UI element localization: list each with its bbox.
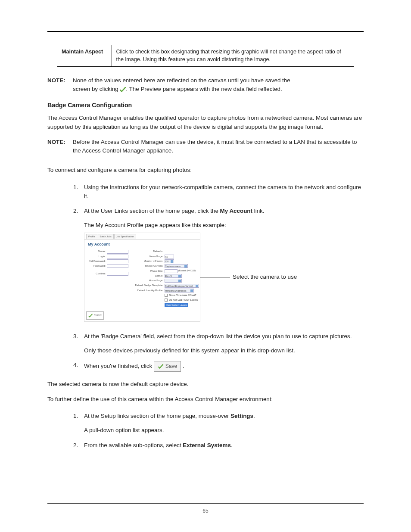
top-rule xyxy=(47,31,364,32)
step-text: . xyxy=(231,442,233,448)
save-label: Save xyxy=(165,362,177,370)
label-diff-rows: Monitor diff rows: xyxy=(130,259,165,263)
save-button-image: Save xyxy=(154,361,181,372)
step-text: . xyxy=(183,363,184,369)
note: NOTE: Before the Access Control Manager … xyxy=(47,138,364,156)
steps-list-2: At the Setup links section of the home p… xyxy=(73,410,364,454)
login-field xyxy=(107,255,128,258)
label-login: Login: xyxy=(87,255,107,258)
no-log-label: Do Not Log REST Logins xyxy=(169,298,198,302)
page: Maintain Aspect Click to check this box … xyxy=(0,0,411,532)
section-heading: Badge Camera Configuration xyxy=(47,102,364,109)
left-column: Name: Login: Old Password: Password: Con… xyxy=(86,249,129,309)
right-column: Defaults: Items/Page:50 Monitor diff row… xyxy=(129,249,200,309)
step-text: . xyxy=(253,413,255,419)
photo-size-field xyxy=(165,269,177,273)
step-sub: Only those devices previously defined fo… xyxy=(84,346,364,355)
step-sub: The My Account Profile page appears like… xyxy=(84,221,364,230)
page-number: 65 xyxy=(0,508,411,514)
note-body: None of the values entered here are refl… xyxy=(71,76,290,94)
clear-layouts-button: Clear Custom Layouts xyxy=(165,303,188,308)
checkbox-icon xyxy=(165,299,168,302)
label-name: Name: xyxy=(87,249,107,253)
list-item: When you're finished, click Save . xyxy=(73,359,364,376)
locale-select: EN-US xyxy=(165,274,182,278)
note-body: Before the Access Control Manager can us… xyxy=(71,138,364,156)
list-item: Using the instructions for your network-… xyxy=(73,181,364,205)
callout-text: Select the camera to use xyxy=(233,273,297,282)
tab-job-spec: Job Specification xyxy=(114,234,137,239)
tab-batch-jobs: Batch Jobs xyxy=(98,234,114,239)
screenshot-title: My Account xyxy=(84,240,200,248)
step-text: At the User Links section of the home pa… xyxy=(84,208,220,214)
note-text: screen by clicking xyxy=(73,86,120,92)
step-text: At the 'Badge Camera' field, select from… xyxy=(84,333,352,339)
label-home-page: Home Page: xyxy=(130,279,165,283)
note-text: . The Preview pane appears with the new … xyxy=(126,86,282,92)
step-text: From the available sub-options, select xyxy=(84,442,183,448)
table-row: Maintain Aspect Click to check this box … xyxy=(57,45,354,67)
name-field xyxy=(107,250,128,254)
diff-rows-select: 130 xyxy=(165,259,174,263)
footer-rule xyxy=(47,503,364,504)
bold-text: Settings xyxy=(230,413,253,419)
steps-list: Using the instructions for your network-… xyxy=(73,181,364,376)
list-item: At the Setup links section of the home p… xyxy=(73,410,364,439)
list-item: From the available sub-options, select E… xyxy=(73,439,364,454)
step-text: At the Setup links section of the home p… xyxy=(84,413,230,419)
save-label: Save xyxy=(94,313,102,318)
screenshot-save-button: Save xyxy=(86,311,104,319)
checkmark-icon xyxy=(158,364,164,369)
list-item: At the User Links section of the home pa… xyxy=(73,205,364,330)
callout: Select the camera to use xyxy=(200,273,297,282)
bold-text: My Account xyxy=(220,208,252,214)
lead-in: To connect and configure a camera for ca… xyxy=(47,166,364,175)
checkbox-icon xyxy=(165,294,168,297)
label-def-badge: Default Badge Template: xyxy=(130,283,165,287)
badge-camera-select: Capture camera xyxy=(165,264,188,268)
checkmark-icon xyxy=(88,314,93,317)
note-label: NOTE: xyxy=(47,138,71,156)
password-field xyxy=(107,264,128,268)
home-page-select xyxy=(165,279,182,283)
step-sub: A pull-down option list appears. xyxy=(84,426,364,435)
label-confirm: Confirm: xyxy=(87,272,107,276)
label-badge-camera: Badge Camera: xyxy=(130,264,165,268)
bold-text: External Systems xyxy=(183,442,231,448)
label-photo-size: Photo Size: xyxy=(130,269,165,273)
photo-size-hint: (Format: 144,182) xyxy=(177,269,196,273)
paragraph: The selected camera is now the default c… xyxy=(47,380,364,389)
my-account-screenshot: ProfileBatch JobsJob Specification My Ac… xyxy=(84,233,200,322)
list-item: At the 'Badge Camera' field, select from… xyxy=(73,330,364,359)
label-locale: Locale: xyxy=(130,274,165,278)
show-tz-label: Show Timezone Offset? xyxy=(169,293,196,297)
note: NOTE: None of the values entered here ar… xyxy=(47,76,364,94)
screenshot-tabs: ProfileBatch JobsJob Specification xyxy=(84,233,200,240)
desc-cell: Click to check this box designating that… xyxy=(112,45,354,67)
note-text: None of the values entered here are refl… xyxy=(73,77,290,84)
definition-table: Maintain Aspect Click to check this box … xyxy=(57,45,354,67)
intro-paragraph: The Access Control Manager enables the q… xyxy=(47,114,364,132)
def-ident-select: Marketing Department xyxy=(165,289,194,292)
checkmark-icon xyxy=(120,87,126,92)
confirm-field xyxy=(107,272,128,276)
def-badge-select: RedCloud Employee-Vertical xyxy=(165,284,199,288)
label-def-ident: Default Identity Profile: xyxy=(130,289,165,292)
old-password-field xyxy=(107,259,128,263)
label-items-page: Items/Page: xyxy=(130,255,165,258)
items-page-field: 50 xyxy=(165,255,174,258)
label-password: Password: xyxy=(87,264,107,268)
embedded-screenshot: ProfileBatch JobsJob Specification My Ac… xyxy=(84,233,364,322)
step-text: link. xyxy=(252,208,265,214)
paragraph: To further define the use of this camera… xyxy=(47,395,364,404)
callout-line xyxy=(200,277,230,277)
step-text: When you're finished, click xyxy=(84,363,154,369)
label-old-password: Old Password: xyxy=(87,259,107,263)
defaults-heading: Defaults: xyxy=(130,249,165,253)
tab-profile: Profile xyxy=(86,234,97,239)
term-cell: Maintain Aspect xyxy=(57,45,112,67)
note-label: NOTE: xyxy=(47,76,71,94)
